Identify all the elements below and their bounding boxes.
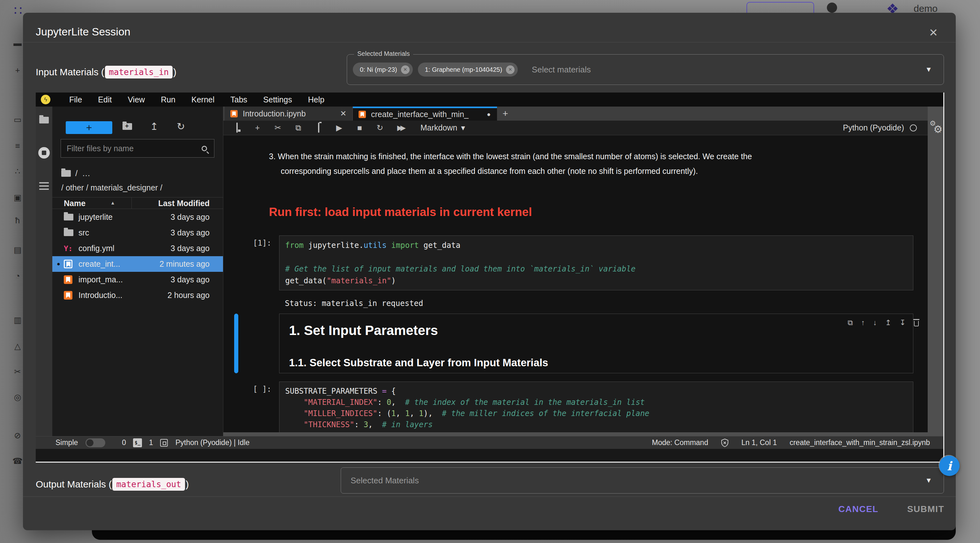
output-materials-select[interactable]: Selected Materials ▼ <box>341 467 944 494</box>
insert-cell-icon[interactable]: + <box>253 123 262 132</box>
code-cell-substrate-parameters[interactable]: SUBSTRATE_PARAMETERS = { "MATERIAL_INDEX… <box>279 382 913 432</box>
search-icon <box>202 146 207 151</box>
paste-cell-icon[interactable] <box>314 123 323 132</box>
horizontal-scrollbar[interactable] <box>223 432 928 436</box>
breadcrumb[interactable]: / … <box>61 169 90 178</box>
new-folder-icon[interactable] <box>123 123 132 130</box>
file-name: create_int... <box>78 260 120 269</box>
menu-settings[interactable]: Settings <box>255 95 300 104</box>
file-row-import-material[interactable]: import_ma... 3 days ago <box>52 272 223 287</box>
terminal-icon[interactable]: $_ <box>133 438 142 447</box>
cell-type-value: Markdown <box>420 123 457 132</box>
info-button[interactable]: i <box>939 455 959 476</box>
unsaved-changes-dot-icon[interactable]: ● <box>487 111 491 118</box>
material-chip[interactable]: 1: Graphene (mp-1040425) ✕ <box>418 62 518 76</box>
output-materials-value: Selected Materials <box>351 476 419 486</box>
material-chip-label: 0: Ni (mp-23) <box>360 66 397 73</box>
duplicate-cell-icon[interactable]: ⧉ <box>848 318 853 327</box>
command-mode-indicator[interactable]: Mode: Command <box>652 438 708 447</box>
file-row-jupyterlite[interactable]: jupyterlite 3 days ago <box>52 209 223 225</box>
restart-run-all-icon[interactable]: ▶▶ <box>396 124 405 132</box>
breadcrumb-ellipsis[interactable]: … <box>82 169 90 178</box>
new-launcher-button[interactable]: + <box>66 121 112 134</box>
tab-create-interface[interactable]: create_interface_with_min_ ● <box>353 107 497 121</box>
filter-files-input-wrap <box>60 139 215 158</box>
menu-view[interactable]: View <box>119 95 153 104</box>
insert-cell-above-icon[interactable]: ↥ <box>885 318 891 327</box>
breadcrumb-root[interactable]: / <box>75 169 78 178</box>
app-sidebar-icon: △ <box>12 341 23 351</box>
menu-run[interactable]: Run <box>153 95 183 104</box>
cell-type-select[interactable]: Markdown ▾ <box>420 123 465 132</box>
close-icon[interactable]: ✕ <box>926 25 941 40</box>
kernel-status-icon[interactable] <box>910 124 917 131</box>
filter-files-input[interactable] <box>61 144 202 153</box>
column-name[interactable]: Name <box>64 199 86 208</box>
kernel-sessions-icon[interactable] <box>160 439 168 447</box>
modal-actions: CANCEL SUBMIT <box>838 504 944 514</box>
remove-material-icon[interactable]: ✕ <box>401 65 410 74</box>
home-folder-icon[interactable] <box>61 170 71 177</box>
chevron-down-icon[interactable]: ▼ <box>925 65 932 74</box>
chevron-down-icon: ▼ <box>925 476 932 485</box>
file-modified: 3 days ago <box>171 244 210 253</box>
markdown-h1: 1. Set Input Parameters <box>289 323 438 338</box>
column-last-modified[interactable]: Last Modified <box>158 199 210 208</box>
selected-cell-indicator <box>234 314 238 373</box>
file-row-src[interactable]: src 3 days ago <box>52 225 223 240</box>
menu-tabs[interactable]: Tabs <box>222 95 255 104</box>
file-row-introduction[interactable]: Introductio... 2 hours ago <box>52 287 223 303</box>
move-cell-down-icon[interactable]: ↓ <box>873 318 877 327</box>
menu-file[interactable]: File <box>61 95 90 104</box>
breadcrumb-path[interactable]: / other / materials_designer / <box>61 183 162 193</box>
selected-materials-select[interactable]: Selected Materials 0: Ni (mp-23) ✕ 1: Gr… <box>347 54 944 85</box>
save-icon[interactable] <box>232 123 242 132</box>
cancel-button[interactable]: CANCEL <box>838 504 878 514</box>
submit-button[interactable]: SUBMIT <box>907 504 944 514</box>
cursor-position[interactable]: Ln 1, Col 1 <box>741 438 777 447</box>
app-sidebar-icon: ◔ <box>12 271 23 281</box>
move-cell-up-icon[interactable]: ↑ <box>861 318 865 327</box>
tab-introduction-ipynb[interactable]: Introduction.ipynb ✕ <box>224 107 352 121</box>
markdown-cell-set-input-parameters[interactable]: ⧉ ↑ ↓ ↥ ↧ 1. Set Input Parameters 1.1. S… <box>279 314 913 373</box>
kernel-status-text[interactable]: Python (Pyodide) | Idle <box>175 438 250 447</box>
notebook-main-area: Introduction.ipynb ✕ create_interface_wi… <box>223 107 928 436</box>
stop-kernel-icon[interactable]: ■ <box>355 123 364 132</box>
terminals-count[interactable]: 0 <box>122 438 126 447</box>
table-of-contents-icon[interactable] <box>39 182 49 190</box>
menu-help[interactable]: Help <box>300 95 332 104</box>
restart-kernel-icon[interactable]: ↻ <box>375 123 385 132</box>
cut-cell-icon[interactable]: ✂ <box>273 123 283 132</box>
app-sidebar-icon: ▬ <box>12 38 23 48</box>
kernels-count[interactable]: 1 <box>149 438 153 447</box>
app-sidebar-icon: + <box>12 65 23 75</box>
run-cell-icon[interactable]: ▶ <box>334 123 344 132</box>
insert-cell-below-icon[interactable]: ↧ <box>900 318 906 327</box>
app-sidebar-icon: ⊘ <box>12 431 23 441</box>
code-cell-get-data[interactable]: from jupyterlite.utils import get_data #… <box>279 236 913 290</box>
cell-output: Status: materials_in requested <box>285 299 423 308</box>
simple-mode-toggle[interactable] <box>86 438 105 447</box>
menu-edit[interactable]: Edit <box>90 95 119 104</box>
remove-material-icon[interactable]: ✕ <box>506 65 515 74</box>
running-kernels-icon[interactable] <box>38 147 50 159</box>
file-row-create-interface[interactable]: ● create_int... 2 minutes ago <box>52 256 223 272</box>
jupyter-menubar: ϟ File Edit View Run Kernel Tabs Setting… <box>36 92 943 107</box>
menu-kernel[interactable]: Kernel <box>183 95 222 104</box>
delete-cell-icon[interactable] <box>914 321 919 326</box>
sort-asc-icon[interactable]: ▲ <box>110 200 115 205</box>
upload-icon[interactable]: ↥ <box>150 121 158 132</box>
material-chip[interactable]: 0: Ni (mp-23) ✕ <box>353 62 413 76</box>
close-tab-icon[interactable]: ✕ <box>340 109 347 118</box>
tab-bar: Introduction.ipynb ✕ create_interface_wi… <box>223 107 928 121</box>
file-row-config-yml[interactable]: Y: config.yml 3 days ago <box>52 240 223 256</box>
copy-cell-icon[interactable]: ⧉ <box>293 123 303 133</box>
kernel-name[interactable]: Python (Pyodide) <box>843 123 904 132</box>
new-tab-button[interactable]: + <box>498 107 512 120</box>
file-name: import_ma... <box>78 275 123 284</box>
selected-materials-legend: Selected Materials <box>354 50 413 57</box>
refresh-icon[interactable]: ↻ <box>177 121 185 132</box>
file-browser-tab-icon[interactable] <box>39 117 49 123</box>
notebook-file-icon <box>64 260 72 268</box>
active-filename: create_interface_with_min_strain_zsl.ipy… <box>789 438 930 447</box>
